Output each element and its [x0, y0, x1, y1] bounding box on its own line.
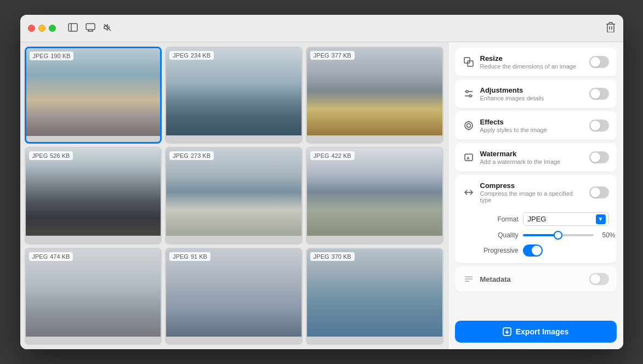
resize-subtitle: Reduce the dimensions of an image — [480, 63, 584, 70]
badge-format-9: JPEG — [314, 253, 329, 260]
format-select-wrapper: JPEG PNG WebP HEIC TIFF ▼ — [523, 212, 609, 226]
image-badge-2: JPEG234 KB — [169, 51, 214, 60]
titlebar — [20, 15, 623, 42]
badge-size-7: 474 KB — [50, 253, 70, 260]
svg-point-16 — [466, 124, 470, 128]
main-window: JPEG190 KBJPEG234 KBJPEG377 KBJPEG526 KB… — [20, 15, 623, 349]
badge-format-2: JPEG — [173, 52, 189, 59]
format-label: Format — [480, 215, 519, 223]
badge-size-5: 273 KB — [191, 152, 210, 159]
quality-slider[interactable] — [523, 234, 594, 236]
badge-size-9: 370 KB — [332, 253, 351, 260]
resize-icon — [463, 56, 475, 68]
svg-rect-0 — [69, 24, 77, 31]
image-item-5[interactable]: JPEG273 KB — [165, 147, 303, 244]
minimize-button[interactable] — [38, 25, 45, 32]
badge-size-1: 190 KB — [50, 53, 70, 59]
compress-toggle[interactable] — [589, 186, 609, 198]
badge-size-2: 234 KB — [191, 52, 210, 59]
image-item-6[interactable]: JPEG422 KB — [306, 147, 443, 244]
watermark-icon: A — [463, 151, 475, 163]
image-badge-9: JPEG370 KB — [310, 252, 355, 261]
compress-section: Compress Compress the image to a specifi… — [455, 175, 617, 263]
quality-value: 50% — [598, 231, 616, 239]
quality-label: Quality — [480, 231, 519, 239]
image-badge-4: JPEG526 KB — [29, 151, 73, 160]
adjustments-text: Adjustments Enhance images details — [480, 86, 584, 101]
image-badge-3: JPEG377 KB — [310, 51, 355, 60]
compress-icon — [463, 186, 475, 198]
traffic-lights — [28, 25, 56, 32]
export-label: Export Images — [516, 327, 568, 336]
effects-title: Effects — [480, 118, 584, 126]
adjustments-toggle[interactable] — [589, 88, 609, 100]
resize-toggle[interactable] — [589, 56, 609, 68]
svg-rect-2 — [86, 24, 95, 30]
maximize-button[interactable] — [49, 25, 56, 32]
sidebar-toggle-icon[interactable] — [68, 23, 78, 34]
badge-size-6: 422 KB — [332, 152, 351, 159]
svg-point-12 — [466, 90, 468, 93]
speaker-icon[interactable] — [103, 23, 112, 34]
export-button[interactable]: Export Images — [455, 321, 617, 343]
adjustments-option[interactable]: Adjustments Enhance images details — [455, 79, 617, 108]
badge-format-8: JPEG — [173, 253, 189, 260]
metadata-option[interactable]: Metadata — [455, 266, 617, 292]
image-item-8[interactable]: JPEG91 KB — [165, 248, 303, 345]
right-panel: Resize Reduce the dimensions of an image — [448, 42, 623, 349]
progressive-toggle[interactable] — [523, 244, 543, 257]
quality-row: Quality 50% — [480, 231, 609, 239]
image-badge-1: JPEG190 KB — [30, 52, 74, 60]
compress-subtitle: Compress the image to a specified type — [480, 190, 584, 203]
image-item-7[interactable]: JPEG474 KB — [25, 248, 162, 345]
effects-toggle[interactable] — [589, 120, 609, 132]
image-item-4[interactable]: JPEG526 KB — [25, 147, 162, 244]
image-item-9[interactable]: JPEG370 KB — [306, 248, 443, 345]
image-badge-6: JPEG422 KB — [310, 151, 355, 160]
compress-header[interactable]: Compress Compress the image to a specifi… — [463, 181, 609, 203]
format-select[interactable]: JPEG PNG WebP HEIC TIFF — [523, 212, 609, 226]
effects-option[interactable]: Effects Apply styles to the image — [455, 111, 617, 140]
image-item-3[interactable]: JPEG377 KB — [306, 47, 443, 144]
progressive-label: Progressive — [480, 247, 519, 254]
svg-rect-9 — [464, 58, 470, 63]
resize-text: Resize Reduce the dimensions of an image — [480, 54, 584, 70]
metadata-text: Metadata — [480, 275, 584, 283]
adjustments-title: Adjustments — [480, 86, 584, 94]
format-row: Format JPEG PNG WebP HEIC TIFF ▼ — [480, 212, 609, 226]
adjustments-icon — [463, 88, 475, 100]
badge-format-1: JPEG — [33, 53, 49, 59]
image-grid-panel[interactable]: JPEG190 KBJPEG234 KBJPEG377 KBJPEG526 KB… — [20, 42, 448, 349]
badge-format-7: JPEG — [32, 253, 48, 260]
svg-point-14 — [469, 95, 471, 97]
image-badge-5: JPEG273 KB — [169, 151, 214, 160]
effects-icon — [463, 120, 475, 132]
effects-text: Effects Apply styles to the image — [480, 118, 584, 133]
image-item-2[interactable]: JPEG234 KB — [165, 47, 303, 144]
watermark-option[interactable]: A Watermark Add a watermark to the image — [455, 143, 617, 172]
compress-details: Format JPEG PNG WebP HEIC TIFF ▼ — [463, 210, 609, 257]
metadata-toggle[interactable] — [589, 273, 609, 285]
watermark-toggle[interactable] — [589, 151, 609, 163]
trash-icon[interactable] — [606, 24, 616, 35]
image-badge-8: JPEG91 KB — [169, 252, 210, 261]
effects-subtitle: Apply styles to the image — [480, 127, 584, 133]
badge-format-3: JPEG — [314, 52, 329, 59]
badge-size-8: 91 KB — [191, 253, 207, 260]
badge-size-4: 526 KB — [50, 152, 70, 159]
titlebar-icons — [68, 23, 112, 34]
monitor-icon[interactable] — [86, 23, 95, 34]
adjustments-subtitle: Enhance images details — [480, 95, 584, 101]
close-button[interactable] — [28, 25, 35, 32]
image-badge-7: JPEG474 KB — [29, 252, 73, 261]
badge-format-4: JPEG — [32, 152, 48, 159]
compress-text: Compress Compress the image to a specifi… — [480, 181, 584, 203]
image-item-1[interactable]: JPEG190 KB — [25, 47, 162, 144]
badge-format-6: JPEG — [314, 152, 329, 159]
watermark-text: Watermark Add a watermark to the image — [480, 150, 584, 165]
resize-title: Resize — [480, 54, 584, 62]
resize-option[interactable]: Resize Reduce the dimensions of an image — [455, 48, 617, 76]
content-area: JPEG190 KBJPEG234 KBJPEG377 KBJPEG526 KB… — [20, 42, 623, 349]
badge-size-3: 377 KB — [332, 52, 351, 59]
badge-format-5: JPEG — [173, 152, 189, 159]
